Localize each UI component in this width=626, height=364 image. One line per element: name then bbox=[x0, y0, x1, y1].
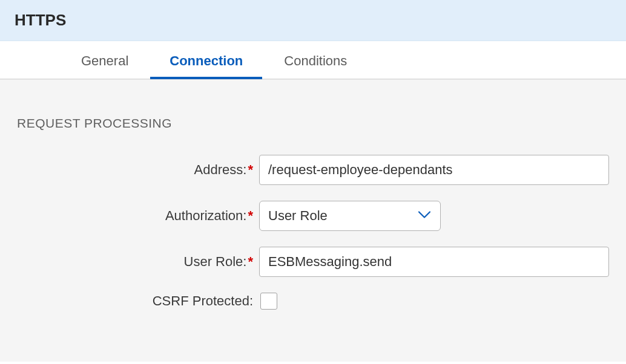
csrf-label-text: CSRF Protected: bbox=[153, 293, 253, 308]
address-label: Address:* bbox=[17, 162, 259, 178]
authorization-row: Authorization:* bbox=[17, 201, 609, 231]
tab-general[interactable]: General bbox=[61, 41, 149, 79]
address-row: Address:* bbox=[17, 155, 609, 185]
section-title: REQUEST PROCESSING bbox=[17, 116, 609, 131]
tab-bar: General Connection Conditions bbox=[0, 41, 626, 79]
tab-connection[interactable]: Connection bbox=[149, 41, 263, 79]
required-indicator: * bbox=[248, 208, 253, 223]
authorization-select[interactable] bbox=[259, 201, 441, 231]
authorization-label-text: Authorization: bbox=[165, 208, 247, 223]
tab-conditions[interactable]: Conditions bbox=[263, 41, 367, 79]
csrf-row: CSRF Protected: bbox=[17, 293, 609, 310]
required-indicator: * bbox=[248, 254, 253, 269]
csrf-label: CSRF Protected: bbox=[17, 293, 259, 309]
user-role-input[interactable] bbox=[259, 247, 609, 277]
address-input[interactable] bbox=[259, 155, 609, 185]
user-role-label: User Role:* bbox=[17, 254, 259, 270]
user-role-label-text: User Role: bbox=[184, 254, 247, 269]
authorization-label: Authorization:* bbox=[17, 208, 259, 224]
required-indicator: * bbox=[248, 162, 253, 177]
csrf-checkbox[interactable] bbox=[260, 293, 277, 310]
content-area: REQUEST PROCESSING Address:* Authorizati… bbox=[0, 79, 626, 362]
authorization-select-wrap bbox=[259, 201, 441, 231]
panel-title: HTTPS bbox=[15, 11, 611, 30]
address-label-text: Address: bbox=[194, 162, 247, 177]
panel-header: HTTPS bbox=[0, 0, 626, 41]
user-role-row: User Role:* bbox=[17, 247, 609, 277]
